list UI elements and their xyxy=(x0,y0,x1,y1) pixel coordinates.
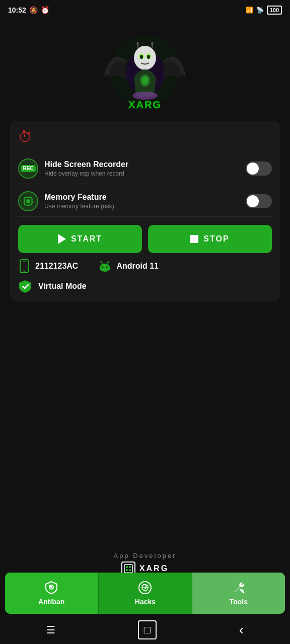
cpu-svg xyxy=(23,196,34,207)
svg-rect-37 xyxy=(124,565,132,573)
system-nav-bar: ☰ □ ‹ xyxy=(0,616,290,644)
play-icon xyxy=(58,234,66,244)
svg-point-9 xyxy=(132,92,158,100)
battery-indicator: 100 xyxy=(267,6,282,15)
svg-point-27 xyxy=(24,271,25,272)
hide-screen-recorder-title: Hide Screen Recorder xyxy=(44,160,128,169)
device-info-row: 2112123AC Android 11 xyxy=(18,259,272,273)
svg-point-31 xyxy=(102,267,104,268)
nav-back-button[interactable]: ‹ xyxy=(229,618,254,642)
signal-icon: 📶 xyxy=(246,7,253,14)
nav-menu-button[interactable]: ☰ xyxy=(36,620,65,640)
main-card: ⏱ REC Hide Screen Recorder Hide overlay … xyxy=(10,121,280,301)
tab-tools[interactable]: Tools xyxy=(192,573,285,614)
bottom-nav-container: Antiban Hacks Tools xyxy=(5,573,285,614)
start-button[interactable]: START xyxy=(18,225,142,253)
svg-point-6 xyxy=(147,55,150,59)
memory-feature-title: Memory Feature xyxy=(44,193,114,202)
svg-rect-38 xyxy=(126,566,128,568)
tools-icon xyxy=(232,581,246,595)
svg-point-2 xyxy=(134,46,156,70)
alarm-icon: ⏰ xyxy=(41,6,49,14)
memory-feature-text: Memory Feature Use memory feature (risk) xyxy=(44,193,114,210)
stop-button[interactable]: STOP xyxy=(148,225,272,253)
toggle-knob xyxy=(247,163,259,175)
svg-point-5 xyxy=(140,55,143,59)
timer-icon: ⏱ xyxy=(18,129,32,145)
android-version-value: Android 11 xyxy=(116,262,159,271)
developer-footer: App Developer XARG xyxy=(0,552,290,576)
android-version-item: Android 11 xyxy=(98,261,159,272)
memory-feature-toggle[interactable] xyxy=(246,194,272,208)
hide-screen-recorder-text: Hide Screen Recorder Hide overlay esp wh… xyxy=(44,160,128,177)
svg-rect-39 xyxy=(129,566,131,568)
virtual-mode-label: Virtual Mode xyxy=(38,282,87,291)
memory-feature-left: Memory Feature Use memory feature (risk) xyxy=(18,191,114,211)
svg-line-33 xyxy=(101,262,102,263)
svg-rect-30 xyxy=(101,266,109,271)
svg-rect-13 xyxy=(26,199,30,203)
device-id-item: 2112123AC xyxy=(18,259,78,273)
status-left: 10:52 🔕 ⏰ xyxy=(8,6,49,14)
cpu-icon-container xyxy=(18,191,38,211)
wifi-icon: 📡 xyxy=(256,7,264,14)
stop-icon xyxy=(190,235,198,243)
memory-feature-subtitle: Use memory feature (risk) xyxy=(44,203,114,210)
rec-badge: REC xyxy=(21,165,35,172)
hacks-icon xyxy=(138,581,152,595)
developer-label: App Developer xyxy=(0,552,290,559)
nav-home-button[interactable]: □ xyxy=(138,620,157,639)
rec-icon-container: REC xyxy=(18,158,38,179)
status-right: 📶 📡 100 xyxy=(246,6,282,15)
hide-screen-recorder-subtitle: Hide overlay esp when record xyxy=(44,170,128,177)
svg-rect-40 xyxy=(126,569,128,571)
svg-point-44 xyxy=(50,586,52,588)
tab-antiban-label: Antiban xyxy=(38,598,64,606)
phone-icon xyxy=(18,259,30,273)
start-label: START xyxy=(71,234,102,244)
shield-check-icon xyxy=(18,279,32,293)
action-buttons: START STOP xyxy=(18,225,272,253)
virtual-mode-row: Virtual Mode xyxy=(18,279,272,293)
xarg-logo-small xyxy=(124,564,133,573)
toggle-knob-2 xyxy=(247,195,259,207)
svg-rect-36 xyxy=(108,267,110,270)
hide-screen-recorder-row: REC Hide Screen Recorder Hide overlay es… xyxy=(18,153,272,184)
svg-line-34 xyxy=(107,262,109,263)
svg-point-32 xyxy=(106,267,108,268)
stop-label: STOP xyxy=(203,234,229,244)
svg-point-8 xyxy=(142,76,148,85)
hide-screen-recorder-toggle[interactable] xyxy=(246,162,272,176)
antiban-icon xyxy=(44,581,58,595)
hide-screen-recorder-left: REC Hide Screen Recorder Hide overlay es… xyxy=(18,158,128,179)
time-display: 10:52 xyxy=(8,6,26,14)
memory-feature-row: Memory Feature Use memory feature (risk) xyxy=(18,186,272,217)
status-bar: 10:52 🔕 ⏰ 📶 📡 100 xyxy=(0,0,290,20)
tab-tools-label: Tools xyxy=(230,598,248,606)
tab-hacks[interactable]: Hacks xyxy=(98,573,192,614)
svg-text:XARG: XARG xyxy=(128,99,162,110)
logo-area: XARG XARG xyxy=(0,20,290,116)
svg-rect-41 xyxy=(129,569,131,571)
tab-hacks-label: Hacks xyxy=(135,598,156,606)
mute-icon: 🔕 xyxy=(29,6,38,14)
tab-antiban[interactable]: Antiban xyxy=(5,573,98,614)
bottom-nav: Antiban Hacks Tools xyxy=(5,573,285,614)
device-id-value: 2112123AC xyxy=(35,262,78,271)
svg-rect-35 xyxy=(100,267,101,270)
app-logo: XARG XARG xyxy=(100,30,190,111)
developer-name: XARG xyxy=(139,564,169,573)
android-icon xyxy=(98,261,111,272)
timer-row: ⏱ xyxy=(18,129,272,145)
